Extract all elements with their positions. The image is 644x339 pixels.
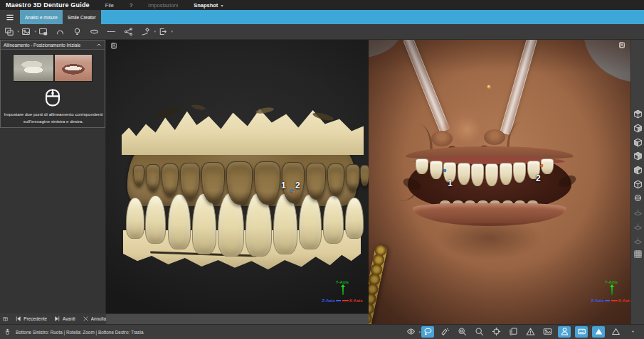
app-title: Maestro 3D Denture Guide <box>6 1 90 9</box>
axis-gizmo: Y-Axis Z-Axis X-Axis <box>322 280 363 304</box>
hamburger-icon <box>5 14 15 21</box>
gold-necklace <box>369 244 388 324</box>
application-window: Maestro 3D Denture Guide File ? Impostaz… <box>0 0 644 339</box>
cancel-button[interactable]: Annulla <box>83 316 106 322</box>
view-cube-left-icon[interactable] <box>631 135 644 149</box>
center-target-icon[interactable] <box>490 326 502 338</box>
z-axis-line <box>336 300 341 301</box>
grid-views-icon[interactable] <box>631 247 644 262</box>
alignment-point-dot[interactable] <box>443 169 446 172</box>
draw-pen-icon[interactable]: ▾ <box>139 26 152 38</box>
image-layers-icon[interactable]: ▾ <box>3 26 15 38</box>
model-scan-thumbnail <box>13 54 54 82</box>
more-dot-icon[interactable] <box>626 326 639 338</box>
caret-down-icon[interactable]: ▾ <box>221 3 223 8</box>
view-cube-right-icon[interactable] <box>631 149 644 163</box>
tab-smile-creator[interactable]: Smile Creator <box>63 10 101 24</box>
menu-help[interactable]: ? <box>130 2 132 9</box>
image-frame-icon[interactable]: ▾ <box>20 26 32 38</box>
alignment-panel: Allineamento - Posizionamento Iniziale I… <box>0 40 105 128</box>
screen-pin-icon[interactable] <box>37 26 49 38</box>
tooth <box>500 163 512 185</box>
chevron-up-icon[interactable] <box>96 42 102 48</box>
lasso-select-icon[interactable] <box>421 326 434 338</box>
dashed-line-icon[interactable] <box>105 26 117 38</box>
tooth <box>299 194 322 249</box>
caret-down-icon[interactable]: ▾ <box>17 29 19 33</box>
hamburger-menu-button[interactable] <box>0 10 20 24</box>
share-nodes-icon[interactable] <box>122 26 134 38</box>
plane-view-icon[interactable] <box>631 220 644 234</box>
view-cube-front-icon[interactable] <box>631 163 644 178</box>
menu-snapshot[interactable]: Snapshot <box>194 2 218 9</box>
previous-button[interactable]: Precedente <box>15 316 47 322</box>
lips-ellipse-icon[interactable] <box>88 26 100 38</box>
alignment-point-label[interactable]: 1 <box>281 181 286 190</box>
menu-file[interactable]: File <box>105 2 114 9</box>
alignment-thumbnails <box>13 54 93 82</box>
menu-settings: Impostazioni <box>148 2 178 9</box>
view-cube-bottom-icon[interactable] <box>631 177 644 191</box>
view-cube-top-icon[interactable] <box>631 107 644 122</box>
bottom-strip <box>106 313 369 324</box>
right-viewport-face-photo[interactable]: 1 2 Y-Axis Z-Axis X-Axis <box>369 40 630 324</box>
x-axis-label: X-Axis <box>349 298 363 303</box>
visibility-eye-icon[interactable]: ▾ <box>404 326 417 338</box>
zoom-region-icon[interactable] <box>455 326 468 338</box>
bulb-icon[interactable] <box>71 26 83 38</box>
brush-points-icon[interactable] <box>438 326 451 338</box>
gold-nose-stud <box>487 85 490 88</box>
tooth <box>168 194 191 249</box>
bottom-toolbar: ▾ <box>404 325 640 338</box>
tooth <box>360 165 369 186</box>
bust-icon[interactable] <box>558 326 571 338</box>
panel-columns-icon[interactable] <box>3 316 8 323</box>
texture-pad-icon[interactable] <box>575 326 588 338</box>
skip-previous-icon <box>15 316 21 322</box>
screenshot-icon[interactable] <box>541 326 554 338</box>
left-viewport-3d-model[interactable]: 1 2 Y-Axis Z-Axis X-Axis <box>106 40 369 313</box>
view-sphere-icon[interactable] <box>631 191 644 205</box>
x-axis-label: X-Axis <box>618 298 630 303</box>
wireframe-triangle-icon[interactable] <box>609 326 622 338</box>
x-axis-line <box>342 300 349 301</box>
mouse-hint-text: Bottone Sinistro: Ruota | Rotella: Zoom … <box>16 330 144 335</box>
alignment-point-dot[interactable] <box>540 164 543 167</box>
close-icon <box>83 316 89 322</box>
wizard-nav-bar: Precedente Avanti Annulla <box>0 313 106 324</box>
tab-analisi-e-misure[interactable]: Analisi e misure <box>20 10 63 24</box>
tooth <box>323 195 344 244</box>
caret-down-icon[interactable]: ▾ <box>171 29 173 33</box>
caret-down-icon[interactable]: ▾ <box>418 330 421 334</box>
triangle-warning-icon[interactable] <box>524 326 537 338</box>
alignment-point-label[interactable]: 1 <box>448 178 453 188</box>
axis-gizmo: Y-Axis Z-Axis X-Axis <box>591 280 630 304</box>
solid-triangle-icon[interactable] <box>592 326 605 338</box>
mouse-icon <box>4 328 11 336</box>
next-button[interactable]: Avanti <box>54 316 75 322</box>
save-view-icon[interactable] <box>618 41 625 49</box>
plane-view-icon[interactable] <box>631 205 644 220</box>
view-cube-back-icon[interactable] <box>631 122 644 136</box>
caret-down-icon[interactable]: ▾ <box>154 29 156 33</box>
arc-tool-icon[interactable] <box>54 26 66 38</box>
z-axis-line <box>605 300 610 301</box>
mouth-photo-thumbnail <box>54 54 93 82</box>
skip-next-icon <box>54 316 60 322</box>
tooth <box>416 158 428 174</box>
copy-view-icon[interactable] <box>507 326 519 338</box>
left-panel: Allineamento - Posizionamento Iniziale I… <box>0 40 106 313</box>
zoom-icon[interactable] <box>473 326 485 338</box>
tooth <box>458 163 470 185</box>
z-axis-label: Z-Axis <box>322 298 334 303</box>
export-icon[interactable]: ▾ <box>157 26 169 38</box>
caret-down-icon[interactable]: ▾ <box>34 29 36 33</box>
tooth <box>345 198 364 239</box>
save-view-icon[interactable] <box>110 42 117 50</box>
alignment-point-dot[interactable] <box>290 190 293 193</box>
plane-view-icon[interactable] <box>631 233 644 247</box>
alignment-point-label[interactable]: 2 <box>295 181 300 190</box>
x-axis-line <box>611 300 618 301</box>
y-axis-line <box>611 285 613 295</box>
alignment-point-label[interactable]: 2 <box>536 173 541 183</box>
